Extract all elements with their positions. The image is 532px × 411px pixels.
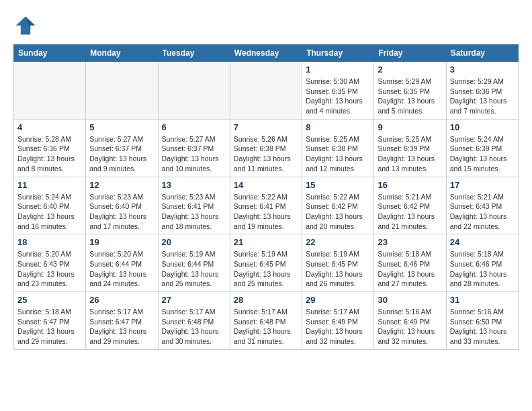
day-info: Sunrise: 5:26 AM Sunset: 6:38 PM Dayligh…	[234, 134, 298, 174]
calendar-cell: 9Sunrise: 5:25 AM Sunset: 6:39 PM Daylig…	[374, 119, 446, 177]
day-number: 18	[17, 237, 82, 247]
day-number: 15	[306, 180, 370, 190]
day-info: Sunrise: 5:18 AM Sunset: 6:47 PM Dayligh…	[17, 307, 82, 347]
calendar-cell: 15Sunrise: 5:22 AM Sunset: 6:42 PM Dayli…	[302, 177, 374, 234]
day-number: 27	[162, 295, 226, 305]
calendar-cell: 21Sunrise: 5:19 AM Sunset: 6:45 PM Dayli…	[230, 234, 302, 292]
column-header-thursday: Thursday	[302, 45, 374, 62]
day-number: 8	[306, 122, 370, 132]
day-number: 23	[378, 237, 442, 247]
day-number: 13	[162, 180, 226, 190]
column-header-monday: Monday	[86, 45, 158, 62]
day-number: 21	[234, 237, 298, 247]
day-info: Sunrise: 5:19 AM Sunset: 6:45 PM Dayligh…	[306, 249, 370, 289]
day-number: 31	[450, 295, 515, 305]
calendar-cell: 7Sunrise: 5:26 AM Sunset: 6:38 PM Daylig…	[230, 119, 302, 177]
calendar-cell: 5Sunrise: 5:27 AM Sunset: 6:37 PM Daylig…	[86, 119, 158, 177]
day-number: 1	[306, 64, 370, 75]
week-row-5: 25Sunrise: 5:18 AM Sunset: 6:47 PM Dayli…	[14, 292, 519, 350]
day-info: Sunrise: 5:25 AM Sunset: 6:39 PM Dayligh…	[378, 134, 442, 174]
column-header-friday: Friday	[374, 45, 446, 62]
calendar-cell: 26Sunrise: 5:17 AM Sunset: 6:47 PM Dayli…	[86, 292, 158, 350]
day-info: Sunrise: 5:21 AM Sunset: 6:42 PM Dayligh…	[378, 192, 442, 232]
week-row-3: 11Sunrise: 5:24 AM Sunset: 6:40 PM Dayli…	[14, 177, 519, 234]
calendar-cell: 24Sunrise: 5:18 AM Sunset: 6:46 PM Dayli…	[446, 234, 518, 292]
calendar-cell: 19Sunrise: 5:20 AM Sunset: 6:44 PM Dayli…	[86, 234, 158, 292]
day-info: Sunrise: 5:27 AM Sunset: 6:37 PM Dayligh…	[162, 134, 226, 174]
column-header-sunday: Sunday	[14, 45, 86, 62]
day-info: Sunrise: 5:24 AM Sunset: 6:40 PM Dayligh…	[17, 192, 82, 232]
column-header-saturday: Saturday	[446, 45, 518, 62]
calendar-cell: 4Sunrise: 5:28 AM Sunset: 6:36 PM Daylig…	[14, 119, 86, 177]
calendar-cell: 3Sunrise: 5:29 AM Sunset: 6:36 PM Daylig…	[446, 62, 518, 120]
day-info: Sunrise: 5:22 AM Sunset: 6:42 PM Dayligh…	[306, 192, 370, 232]
week-row-4: 18Sunrise: 5:20 AM Sunset: 6:43 PM Dayli…	[14, 234, 519, 292]
calendar-cell: 22Sunrise: 5:19 AM Sunset: 6:45 PM Dayli…	[302, 234, 374, 292]
day-info: Sunrise: 5:17 AM Sunset: 6:47 PM Dayligh…	[89, 307, 154, 347]
day-info: Sunrise: 5:24 AM Sunset: 6:39 PM Dayligh…	[450, 134, 515, 174]
day-number: 12	[89, 180, 154, 190]
day-number: 28	[234, 295, 298, 305]
calendar-cell: 2Sunrise: 5:29 AM Sunset: 6:35 PM Daylig…	[374, 62, 446, 120]
week-row-1: 1Sunrise: 5:30 AM Sunset: 6:35 PM Daylig…	[14, 62, 519, 120]
calendar-cell: 29Sunrise: 5:17 AM Sunset: 6:49 PM Dayli…	[302, 292, 374, 350]
logo-icon	[13, 13, 38, 38]
calendar-cell: 13Sunrise: 5:23 AM Sunset: 6:41 PM Dayli…	[158, 177, 230, 234]
day-number: 2	[378, 64, 442, 75]
calendar-cell: 27Sunrise: 5:17 AM Sunset: 6:48 PM Dayli…	[158, 292, 230, 350]
day-number: 11	[17, 180, 82, 190]
day-number: 7	[234, 122, 298, 132]
calendar-cell: 11Sunrise: 5:24 AM Sunset: 6:40 PM Dayli…	[14, 177, 86, 234]
day-info: Sunrise: 5:23 AM Sunset: 6:40 PM Dayligh…	[89, 192, 154, 232]
day-number: 5	[89, 122, 154, 132]
calendar-header-row: SundayMondayTuesdayWednesdayThursdayFrid…	[14, 45, 519, 62]
calendar-cell	[230, 62, 302, 120]
calendar-cell: 6Sunrise: 5:27 AM Sunset: 6:37 PM Daylig…	[158, 119, 230, 177]
day-number: 16	[378, 180, 442, 190]
day-number: 6	[162, 122, 226, 132]
day-info: Sunrise: 5:18 AM Sunset: 6:46 PM Dayligh…	[450, 249, 515, 289]
column-header-tuesday: Tuesday	[158, 45, 230, 62]
week-row-2: 4Sunrise: 5:28 AM Sunset: 6:36 PM Daylig…	[14, 119, 519, 177]
day-number: 10	[450, 122, 515, 132]
calendar-cell: 28Sunrise: 5:17 AM Sunset: 6:48 PM Dayli…	[230, 292, 302, 350]
calendar-cell	[86, 62, 158, 120]
day-info: Sunrise: 5:21 AM Sunset: 6:43 PM Dayligh…	[450, 192, 515, 232]
day-number: 26	[89, 295, 154, 305]
day-info: Sunrise: 5:29 AM Sunset: 6:35 PM Dayligh…	[378, 77, 442, 116]
day-info: Sunrise: 5:18 AM Sunset: 6:46 PM Dayligh…	[378, 249, 442, 289]
day-info: Sunrise: 5:17 AM Sunset: 6:48 PM Dayligh…	[162, 307, 226, 347]
day-number: 3	[450, 64, 515, 75]
calendar-cell	[14, 62, 86, 120]
day-number: 30	[378, 295, 442, 305]
day-number: 24	[450, 237, 515, 247]
day-info: Sunrise: 5:20 AM Sunset: 6:43 PM Dayligh…	[17, 249, 82, 289]
day-info: Sunrise: 5:20 AM Sunset: 6:44 PM Dayligh…	[89, 249, 154, 289]
day-info: Sunrise: 5:16 AM Sunset: 6:50 PM Dayligh…	[450, 307, 515, 347]
day-info: Sunrise: 5:27 AM Sunset: 6:37 PM Dayligh…	[89, 134, 154, 174]
day-info: Sunrise: 5:28 AM Sunset: 6:36 PM Dayligh…	[17, 134, 82, 174]
day-info: Sunrise: 5:22 AM Sunset: 6:41 PM Dayligh…	[234, 192, 298, 232]
calendar-cell: 14Sunrise: 5:22 AM Sunset: 6:41 PM Dayli…	[230, 177, 302, 234]
day-info: Sunrise: 5:29 AM Sunset: 6:36 PM Dayligh…	[450, 77, 515, 116]
day-number: 9	[378, 122, 442, 132]
calendar-cell: 30Sunrise: 5:16 AM Sunset: 6:49 PM Dayli…	[374, 292, 446, 350]
day-number: 14	[234, 180, 298, 190]
day-number: 4	[17, 122, 82, 132]
calendar-cell: 10Sunrise: 5:24 AM Sunset: 6:39 PM Dayli…	[446, 119, 518, 177]
day-info: Sunrise: 5:16 AM Sunset: 6:49 PM Dayligh…	[378, 307, 442, 347]
calendar-cell: 18Sunrise: 5:20 AM Sunset: 6:43 PM Dayli…	[14, 234, 86, 292]
calendar-cell: 16Sunrise: 5:21 AM Sunset: 6:42 PM Dayli…	[374, 177, 446, 234]
day-number: 22	[306, 237, 370, 247]
day-number: 29	[306, 295, 370, 305]
day-info: Sunrise: 5:17 AM Sunset: 6:48 PM Dayligh…	[234, 307, 298, 347]
day-info: Sunrise: 5:30 AM Sunset: 6:35 PM Dayligh…	[306, 77, 370, 116]
day-info: Sunrise: 5:19 AM Sunset: 6:44 PM Dayligh…	[162, 249, 226, 289]
calendar-cell: 25Sunrise: 5:18 AM Sunset: 6:47 PM Dayli…	[14, 292, 86, 350]
calendar-cell: 1Sunrise: 5:30 AM Sunset: 6:35 PM Daylig…	[302, 62, 374, 120]
calendar-cell: 8Sunrise: 5:25 AM Sunset: 6:38 PM Daylig…	[302, 119, 374, 177]
calendar-cell: 31Sunrise: 5:16 AM Sunset: 6:50 PM Dayli…	[446, 292, 518, 350]
page-header	[13, 13, 519, 38]
calendar-cell: 12Sunrise: 5:23 AM Sunset: 6:40 PM Dayli…	[86, 177, 158, 234]
day-info: Sunrise: 5:17 AM Sunset: 6:49 PM Dayligh…	[306, 307, 370, 347]
